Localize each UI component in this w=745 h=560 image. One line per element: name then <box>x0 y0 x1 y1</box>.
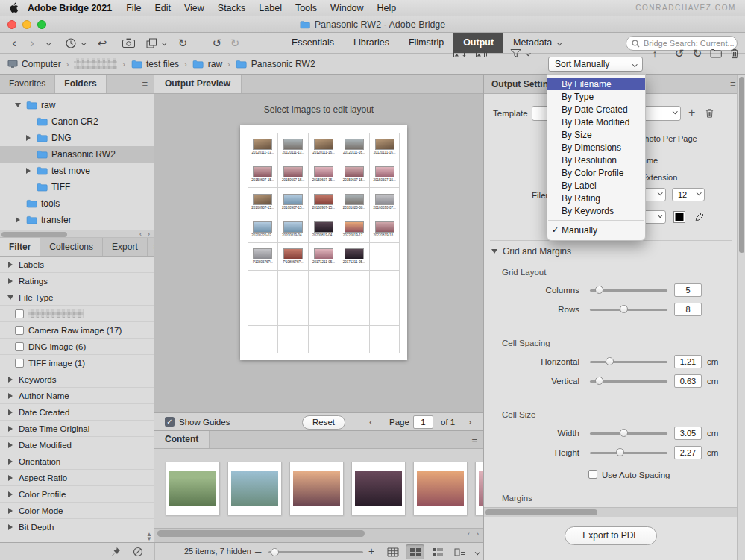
layout-cell[interactable]: 20120111-16... <box>339 133 370 161</box>
content-panel-menu-icon[interactable]: ≡ <box>465 434 483 445</box>
scroll-right-icon[interactable]: › <box>145 230 153 238</box>
layout-cell[interactable]: 20220819-18... <box>369 215 400 243</box>
chevron-right-icon[interactable] <box>6 459 14 465</box>
menu-view[interactable]: View <box>184 3 204 13</box>
sort-menu-item-by-type[interactable]: By Type <box>547 90 645 103</box>
chevron-right-icon[interactable] <box>6 491 14 497</box>
filter-item-date-time-original[interactable]: Date Time Original <box>0 421 154 437</box>
close-window-button[interactable] <box>7 20 16 29</box>
menu-tools[interactable]: Tools <box>295 3 317 13</box>
filter-item-redacted[interactable] <box>0 306 154 322</box>
slider-horizontal[interactable] <box>590 361 667 363</box>
history-icon[interactable] <box>64 33 78 53</box>
layout-cell[interactable] <box>339 298 370 326</box>
filter-item-color-mode[interactable]: Color Mode <box>0 503 154 519</box>
filter-scroll-arrows[interactable]: ▲▼ <box>146 532 152 541</box>
tree-item-panasonic-rw2[interactable]: Panasonic RW2 <box>0 146 154 163</box>
breadcrumb-panasonic-rw2[interactable]: Panasonic RW2 <box>236 59 315 69</box>
scrollbar-thumb[interactable] <box>1 232 67 237</box>
tree-horizontal-scrollbar[interactable]: ‹ › <box>0 230 154 238</box>
filter-item-keywords[interactable]: Keywords <box>0 371 154 388</box>
filter-chevron-icon[interactable] <box>524 43 532 63</box>
sort-menu-item-by-keywords[interactable]: By Keywords <box>547 204 645 217</box>
content-thumbnail[interactable] <box>166 462 220 515</box>
layout-cell[interactable] <box>248 325 279 353</box>
layout-cell[interactable] <box>369 270 400 298</box>
slider-thumb[interactable] <box>606 357 614 365</box>
filter-item-author-name[interactable]: Author Name <box>0 388 154 404</box>
layout-cell[interactable]: 20120111-13... <box>248 133 279 161</box>
thumbnail-view-icon[interactable] <box>406 544 424 559</box>
slider-columns[interactable] <box>590 289 667 292</box>
layout-cell[interactable]: 20150607-15... <box>308 160 339 188</box>
chevron-right-icon[interactable] <box>6 393 14 399</box>
scroll-left-icon[interactable]: ‹ <box>465 530 473 538</box>
nav-chevron-icon[interactable] <box>43 33 54 53</box>
chevron-right-icon[interactable] <box>6 262 14 268</box>
scroll-right-icon[interactable]: › <box>474 530 482 538</box>
tab-folders[interactable]: Folders <box>55 75 106 93</box>
batch-icon[interactable] <box>145 33 158 53</box>
sort-ascending-icon[interactable] <box>452 43 467 63</box>
slider-thumb[interactable] <box>271 548 279 556</box>
sort-menu-item-by-rating[interactable]: By Rating <box>547 192 645 204</box>
scroll-left-icon[interactable]: ‹ <box>136 230 145 238</box>
slider-thumb[interactable] <box>595 377 603 385</box>
trash-icon[interactable] <box>728 43 741 63</box>
filter-item-camera-raw-image-17[interactable]: Camera Raw image (17) <box>0 322 154 339</box>
layout-cell[interactable] <box>277 298 309 326</box>
sort-menu-item-by-color-profile[interactable]: By Color Profile <box>547 166 645 179</box>
scrollbar-thumb[interactable] <box>739 77 744 253</box>
next-page-icon[interactable]: › <box>468 416 471 427</box>
layout-cell[interactable]: 20200819-04... <box>277 215 309 243</box>
chevron-right-icon[interactable] <box>6 508 14 514</box>
field-value[interactable]: 5 <box>674 283 702 297</box>
filter-item-date-modified[interactable]: Date Modified <box>0 437 154 453</box>
filter-item-labels[interactable]: Labels <box>0 257 154 273</box>
breadcrumb-raw[interactable]: raw <box>192 59 222 69</box>
chevron-right-icon[interactable] <box>6 442 14 448</box>
text-color-swatch[interactable] <box>673 211 685 223</box>
grid-view-icon[interactable] <box>383 544 402 559</box>
layout-cell[interactable]: 20220819-17... <box>339 215 370 243</box>
chevron-right-icon[interactable] <box>6 426 14 432</box>
pin-icon[interactable] <box>109 544 122 559</box>
slider-height[interactable] <box>590 452 667 454</box>
slider-rows[interactable] <box>590 309 667 311</box>
filter-item-tiff-image-1[interactable]: TIFF image (1) <box>0 355 154 371</box>
content-thumbnail[interactable] <box>475 462 483 515</box>
layout-cell[interactable]: 20150607-15... <box>369 160 400 188</box>
field-value[interactable]: 8 <box>674 303 702 316</box>
layout-cell[interactable] <box>308 325 339 353</box>
content-thumbnail[interactable] <box>227 462 282 515</box>
layout-cell[interactable]: 20120111-16... <box>308 133 339 161</box>
output-horizontal-scrollbar[interactable] <box>484 507 738 517</box>
layout-cell[interactable]: 20160907-15... <box>277 187 309 215</box>
layout-cell[interactable]: 20171211-05... <box>308 242 339 271</box>
sort-menu-item-by-resolution[interactable]: By Resolution <box>547 154 645 166</box>
layout-cell[interactable] <box>339 270 370 298</box>
minimize-window-button[interactable] <box>22 20 31 29</box>
menu-stacks[interactable]: Stacks <box>218 3 246 13</box>
sort-menu-item-by-date-created[interactable]: By Date Created <box>547 103 645 116</box>
slider-thumb[interactable] <box>620 305 628 313</box>
forward-button[interactable]: › <box>25 33 39 53</box>
tree-item-tiff[interactable]: TIFF <box>0 179 154 195</box>
content-horizontal-scrollbar[interactable]: ‹ › <box>154 528 483 539</box>
menu-file[interactable]: File <box>126 3 141 13</box>
filter-item-bit-depth[interactable]: Bit Depth <box>0 519 154 531</box>
show-guides-checkbox[interactable]: ✓ <box>165 417 175 427</box>
filter-item-aspect-ratio[interactable]: Aspect Ratio <box>0 470 154 486</box>
sort-menu-item-by-date-modified[interactable]: By Date Modified <box>547 116 645 128</box>
list-view-icon[interactable] <box>428 544 447 559</box>
use-auto-spacing-checkbox[interactable] <box>588 470 597 479</box>
redo-icon[interactable]: ↻ <box>228 33 242 53</box>
field-value[interactable]: 1.21 <box>674 355 702 368</box>
refresh-icon[interactable]: ↻ <box>176 33 189 53</box>
export-to-pdf-button[interactable]: Export to PDF <box>565 526 657 545</box>
tab-libraries[interactable]: Libraries <box>344 33 399 53</box>
content-thumbnail[interactable] <box>289 462 344 515</box>
section-grid-and-margins[interactable]: Grid and Margins <box>491 246 571 257</box>
layout-cell[interactable]: 20181020-08... <box>339 187 370 215</box>
tab-filmstrip[interactable]: Filmstrip <box>399 33 453 53</box>
